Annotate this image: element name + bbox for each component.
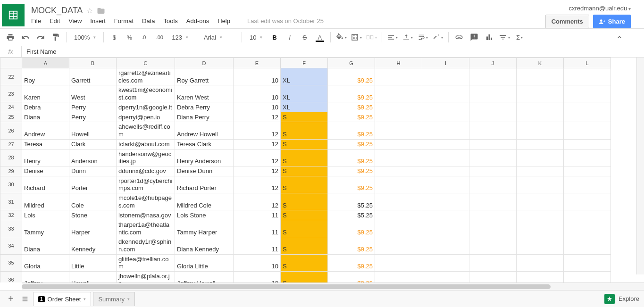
tab-summary[interactable]: Summary ▾ bbox=[93, 292, 135, 306]
cell[interactable] bbox=[375, 112, 422, 122]
cell[interactable] bbox=[564, 210, 611, 220]
cell[interactable]: Gloria Little bbox=[175, 254, 234, 271]
cell[interactable] bbox=[469, 210, 517, 220]
col-header-B[interactable]: B bbox=[69, 58, 117, 68]
cell[interactable] bbox=[517, 112, 564, 122]
cell[interactable] bbox=[375, 139, 422, 149]
more-formats-select[interactable]: 123 bbox=[168, 32, 192, 43]
row-header[interactable]: 36 bbox=[0, 271, 22, 282]
col-header-J[interactable]: J bbox=[469, 58, 517, 68]
cell[interactable]: Lois Stone bbox=[175, 210, 234, 220]
cell[interactable]: 10 bbox=[234, 271, 281, 282]
fill-color-button[interactable]: ▾ bbox=[335, 31, 348, 44]
text-color-button[interactable]: A bbox=[313, 31, 326, 44]
row-header[interactable]: 33 bbox=[0, 220, 22, 237]
row-header[interactable]: 29 bbox=[0, 166, 22, 176]
chart-icon[interactable] bbox=[483, 31, 496, 44]
cell[interactable] bbox=[517, 122, 564, 139]
cell[interactable]: S bbox=[281, 149, 328, 166]
currency-icon[interactable]: $ bbox=[108, 31, 121, 44]
row-header[interactable]: 28 bbox=[0, 149, 22, 166]
cell[interactable]: 12 bbox=[234, 112, 281, 122]
cell[interactable]: ahowells@rediff.com bbox=[117, 122, 175, 139]
cell[interactable] bbox=[564, 193, 611, 210]
col-header-F[interactable]: F bbox=[281, 58, 328, 68]
cell[interactable]: mcole1e@hubpages.com bbox=[117, 193, 175, 210]
cell[interactable] bbox=[469, 149, 517, 166]
redo-icon[interactable] bbox=[34, 31, 47, 44]
cell[interactable]: $9.25 bbox=[328, 254, 375, 271]
cell[interactable] bbox=[517, 237, 564, 254]
cell[interactable] bbox=[469, 139, 517, 149]
cell[interactable] bbox=[564, 102, 611, 112]
cell[interactable]: Kennedy bbox=[69, 237, 117, 254]
print-icon[interactable] bbox=[4, 31, 17, 44]
menu-view[interactable]: View bbox=[68, 17, 82, 25]
cell[interactable]: Dunn bbox=[69, 166, 117, 176]
cell[interactable]: Tammy Harper bbox=[175, 220, 234, 237]
bold-button[interactable]: B bbox=[268, 31, 281, 44]
menu-insert[interactable]: Insert bbox=[90, 17, 106, 25]
cell[interactable]: $9.25 bbox=[328, 68, 375, 85]
cell[interactable]: Garrett bbox=[69, 68, 117, 85]
cell[interactable]: S bbox=[281, 220, 328, 237]
cell[interactable]: Debra bbox=[22, 102, 69, 112]
col-header-G[interactable]: G bbox=[328, 58, 375, 68]
cell[interactable]: Mildred bbox=[22, 193, 69, 210]
cell[interactable]: 12 bbox=[234, 193, 281, 210]
cell[interactable] bbox=[469, 102, 517, 112]
col-header-L[interactable]: L bbox=[564, 58, 611, 68]
cell[interactable]: Teresa Clark bbox=[175, 139, 234, 149]
cell[interactable]: Perry bbox=[69, 102, 117, 112]
menu-edit[interactable]: Edit bbox=[50, 17, 60, 25]
cell[interactable]: $9.25 bbox=[328, 122, 375, 139]
cell[interactable] bbox=[564, 112, 611, 122]
cell[interactable] bbox=[564, 166, 611, 176]
cell[interactable]: Howell bbox=[69, 122, 117, 139]
cell[interactable]: 11 bbox=[234, 237, 281, 254]
cell[interactable] bbox=[422, 176, 469, 193]
col-header-C[interactable]: C bbox=[117, 58, 175, 68]
cell[interactable]: XL bbox=[281, 68, 328, 85]
cell[interactable] bbox=[564, 237, 611, 254]
cell[interactable]: Harper bbox=[69, 220, 117, 237]
cell[interactable] bbox=[517, 193, 564, 210]
cell[interactable]: dperry1n@google.it bbox=[117, 102, 175, 112]
cell[interactable]: rporter1d@cyberchimps.com bbox=[117, 176, 175, 193]
cell[interactable]: Denise bbox=[22, 166, 69, 176]
sheets-logo[interactable] bbox=[2, 4, 25, 26]
cell[interactable] bbox=[469, 112, 517, 122]
cell[interactable] bbox=[422, 220, 469, 237]
menu-file[interactable]: File bbox=[31, 17, 41, 25]
halign-button[interactable]: ▾ bbox=[386, 31, 399, 44]
cell[interactable] bbox=[517, 68, 564, 85]
cell[interactable] bbox=[469, 220, 517, 237]
cell[interactable]: tclarkt@about.com bbox=[117, 139, 175, 149]
cell[interactable]: jhowelln@plala.or.jp bbox=[117, 271, 175, 282]
cell[interactable]: S bbox=[281, 271, 328, 282]
row-header[interactable]: 27 bbox=[0, 139, 22, 149]
cell[interactable] bbox=[517, 176, 564, 193]
cell[interactable]: Denise Dunn bbox=[175, 166, 234, 176]
cell[interactable] bbox=[375, 193, 422, 210]
col-header-E[interactable]: E bbox=[234, 58, 281, 68]
cell[interactable]: West bbox=[69, 85, 117, 102]
cell[interactable] bbox=[422, 193, 469, 210]
cell[interactable]: 10 bbox=[234, 102, 281, 112]
cell[interactable]: Cole bbox=[69, 193, 117, 210]
tab-menu-icon[interactable]: ▾ bbox=[84, 297, 86, 301]
cell[interactable]: Jeffrey bbox=[22, 271, 69, 282]
menu-format[interactable]: Format bbox=[114, 17, 134, 25]
cell[interactable] bbox=[517, 220, 564, 237]
cell[interactable]: Anderson bbox=[69, 149, 117, 166]
row-header[interactable]: 26 bbox=[0, 122, 22, 139]
tab-order-sheet[interactable]: 1 Order Sheet ▾ bbox=[33, 292, 91, 306]
folder-icon[interactable] bbox=[97, 7, 105, 15]
undo-icon[interactable] bbox=[19, 31, 32, 44]
cell[interactable] bbox=[375, 176, 422, 193]
cell[interactable]: 12 bbox=[234, 166, 281, 176]
percent-icon[interactable]: % bbox=[123, 31, 136, 44]
cell[interactable] bbox=[517, 210, 564, 220]
cell[interactable] bbox=[564, 271, 611, 282]
wrap-button[interactable]: ▾ bbox=[416, 31, 429, 44]
